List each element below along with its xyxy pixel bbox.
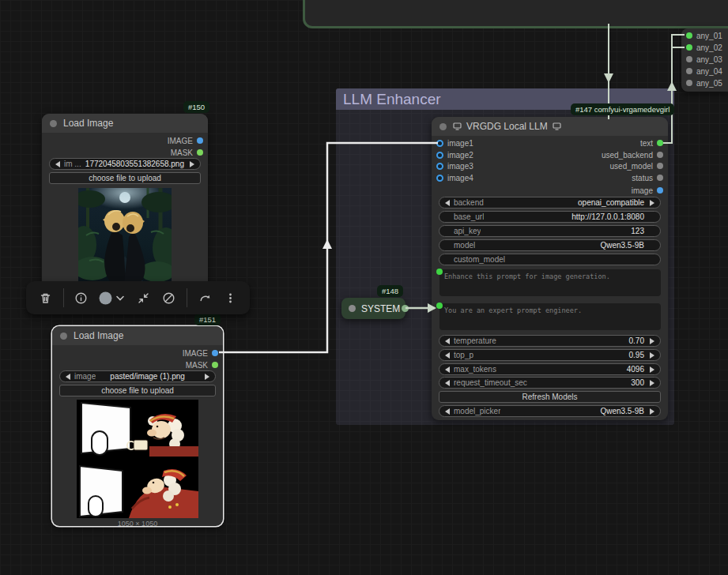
output-mask[interactable]: MASK <box>186 359 218 370</box>
slot-any-01[interactable]: any_01 <box>686 30 722 41</box>
slot-any-03[interactable]: any_03 <box>686 54 722 65</box>
slot-dot[interactable] <box>212 350 218 356</box>
slot-any-05[interactable]: any_05 <box>686 77 722 88</box>
combo-prev-icon[interactable] <box>445 408 450 415</box>
stepper-dec-icon[interactable] <box>445 352 450 359</box>
stepper-inc-icon[interactable] <box>650 338 654 344</box>
slot-dot[interactable] <box>657 163 663 169</box>
system-prompt-textarea[interactable]: You are an expert prompt engineer. <box>439 303 661 330</box>
widget-api-key[interactable]: api_key 123 <box>439 225 661 237</box>
image-combo-widget[interactable]: image pasted/image (1).png <box>59 370 216 382</box>
output-image[interactable]: IMAGE <box>168 135 203 146</box>
system-prompt-input-dot[interactable] <box>436 303 443 309</box>
combo-prev-icon[interactable] <box>445 200 450 206</box>
node-load-image-150[interactable]: Load Image IMAGE MASK im ... 17720458035… <box>42 114 208 292</box>
slot-dot[interactable] <box>436 163 443 170</box>
combo-next-icon[interactable] <box>205 374 209 380</box>
widget-request-timeout[interactable]: request_timeout_sec 300 <box>439 377 661 389</box>
node-system[interactable]: SYSTEM <box>341 298 405 319</box>
image-resolution: 1050 × 1050 <box>52 520 223 528</box>
slot-dot[interactable] <box>657 152 663 158</box>
input-image2[interactable]: image2 <box>436 149 473 160</box>
input-image1[interactable]: image1 <box>436 137 473 148</box>
comfyui-canvas[interactable]: LLM Enhancer any_01 any_02 any_03 any_04… <box>0 0 728 575</box>
widget-temperature[interactable]: temperature 0.70 <box>439 335 661 347</box>
combo-next-icon[interactable] <box>190 161 194 167</box>
node-badge: #147 comfyui-vrgamedevgirl <box>571 103 674 115</box>
node-title-bar[interactable]: VRGDG Local LLM <box>432 117 668 136</box>
slot-dot[interactable] <box>686 44 692 51</box>
stepper-inc-icon[interactable] <box>650 352 654 359</box>
node-badge: #148 <box>377 285 403 297</box>
redo-icon[interactable] <box>194 286 217 310</box>
slot-any-04[interactable]: any_04 <box>686 66 722 77</box>
slot-dot[interactable] <box>657 140 663 146</box>
choose-file-button[interactable]: choose file to upload <box>49 172 201 184</box>
system-output-dot[interactable] <box>402 305 409 312</box>
collapse-icon[interactable] <box>132 286 155 310</box>
any-inputs-node[interactable]: any_01 any_02 any_03 any_04 any_05 <box>681 28 728 92</box>
slot-dot[interactable] <box>686 32 692 39</box>
widget-top-p[interactable]: top_p 0.95 <box>439 349 661 361</box>
slot-dot[interactable] <box>197 137 203 144</box>
collapse-dot-icon[interactable] <box>60 333 67 340</box>
output-status[interactable]: status <box>632 172 663 183</box>
node-title: SYSTEM <box>361 303 400 314</box>
stepper-inc-icon[interactable] <box>650 366 654 373</box>
node-title: VRGDG Local LLM <box>466 121 548 132</box>
node-title-bar[interactable]: Load Image <box>52 326 223 345</box>
prompt-input-dot[interactable] <box>436 269 443 275</box>
stepper-dec-icon[interactable] <box>445 338 450 344</box>
image-combo-widget[interactable]: im ... 1772045803551382658.png <box>49 158 201 170</box>
output-text[interactable]: text <box>640 137 663 148</box>
node-vrgdg-local-llm[interactable]: VRGDG Local LLM image1 image2 image3 ima… <box>432 117 668 420</box>
slot-dot[interactable] <box>436 152 443 159</box>
more-options-icon[interactable] <box>220 286 243 310</box>
combo-prev-icon[interactable] <box>66 374 70 380</box>
combo-next-icon[interactable] <box>650 200 654 206</box>
node-title-bar[interactable]: Load Image <box>42 114 208 133</box>
widget-backend[interactable]: backend openai_compatible <box>439 197 661 209</box>
output-image[interactable]: IMAGE <box>183 348 218 359</box>
output-image[interactable]: image <box>632 185 663 196</box>
slot-dot[interactable] <box>657 187 663 194</box>
prompt-textarea[interactable]: Enhance this prompt for image generation… <box>439 269 661 296</box>
collapse-dot-icon[interactable] <box>439 123 447 130</box>
slot-dot[interactable] <box>686 80 692 86</box>
color-swatch-button[interactable] <box>96 286 129 310</box>
slot-dot[interactable] <box>197 149 203 156</box>
output-mask[interactable]: MASK <box>171 147 203 158</box>
chevron-down-icon <box>117 296 123 299</box>
widget-model[interactable]: model Qwen3.5-9B <box>439 239 661 251</box>
widget-custom-model[interactable]: custom_model <box>439 254 661 265</box>
slot-dot[interactable] <box>212 362 218 368</box>
widget-base-url[interactable]: base_url http://127.0.0.1:8080 <box>439 211 661 223</box>
refresh-models-button[interactable]: Refresh Models <box>439 391 661 403</box>
widget-max-tokens[interactable]: max_tokens 4096 <box>439 363 661 375</box>
widget-model-picker[interactable]: model_picker Qwen3.5-9B <box>439 405 661 417</box>
stepper-dec-icon[interactable] <box>445 380 450 386</box>
output-used-model[interactable]: used_model <box>610 160 663 171</box>
trash-icon[interactable] <box>34 286 57 310</box>
collapse-dot-icon[interactable] <box>50 120 57 127</box>
slot-dot[interactable] <box>686 68 692 74</box>
collapse-dot-icon[interactable] <box>349 305 356 312</box>
combo-prev-icon[interactable] <box>55 161 60 167</box>
top-partial-node[interactable] <box>303 0 728 28</box>
combo-next-icon[interactable] <box>650 408 654 415</box>
slot-dot[interactable] <box>436 175 443 182</box>
output-used-backend[interactable]: used_backend <box>602 149 663 160</box>
slot-dot[interactable] <box>436 140 443 147</box>
choose-file-button[interactable]: choose file to upload <box>59 385 216 396</box>
node-toolbar[interactable] <box>26 281 250 314</box>
input-image4[interactable]: image4 <box>436 172 473 183</box>
input-image3[interactable]: image3 <box>436 160 473 171</box>
info-icon[interactable] <box>70 286 93 310</box>
slot-any-02[interactable]: any_02 <box>686 42 722 53</box>
stepper-inc-icon[interactable] <box>650 380 654 386</box>
bypass-icon[interactable] <box>157 286 180 310</box>
stepper-dec-icon[interactable] <box>445 366 450 373</box>
slot-dot[interactable] <box>657 175 663 181</box>
node-load-image-151[interactable]: Load Image IMAGE MASK image pasted/image… <box>52 326 223 526</box>
slot-dot[interactable] <box>686 56 692 62</box>
